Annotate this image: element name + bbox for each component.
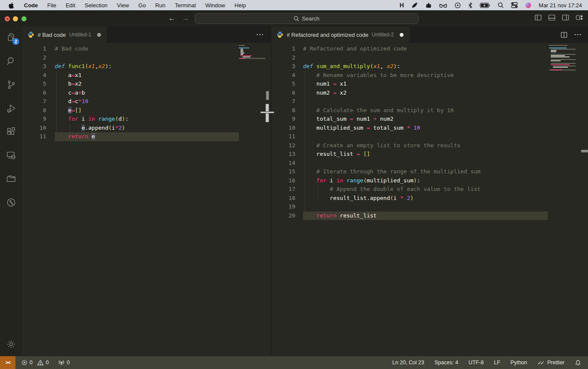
- more-actions-icon[interactable]: ···: [256, 27, 264, 43]
- spotlight-search-icon[interactable]: [498, 1, 504, 9]
- bluetooth-icon[interactable]: [468, 1, 472, 9]
- menu-item-go[interactable]: Go: [134, 2, 150, 9]
- line-number[interactable]: 6: [271, 89, 295, 98]
- line-number[interactable]: 15: [271, 167, 295, 176]
- line-number[interactable]: 9: [22, 115, 46, 124]
- line-number[interactable]: 7: [22, 97, 46, 106]
- extensions-icon[interactable]: [6, 127, 16, 137]
- line-number[interactable]: 5: [271, 80, 295, 89]
- line-number[interactable]: 17: [271, 185, 295, 194]
- line-number[interactable]: 8: [271, 106, 295, 115]
- code-line[interactable]: 9 total_sum = num1 + num2: [271, 115, 588, 124]
- code-line[interactable]: 11 return e: [22, 132, 271, 141]
- line-number[interactable]: 12: [271, 141, 295, 150]
- line-number[interactable]: 9: [271, 115, 295, 124]
- code-line[interactable]: 10 e.append(i*2): [22, 124, 271, 133]
- window-zoom-button[interactable]: [21, 16, 27, 21]
- notifications-bell-icon[interactable]: [575, 360, 581, 366]
- menu-item-terminal[interactable]: Terminal: [170, 2, 201, 9]
- menu-item-window[interactable]: Window: [201, 2, 230, 9]
- code-line[interactable]: 3def sum_and_multiply(x1, x2):: [271, 62, 588, 71]
- code-line[interactable]: 14: [271, 159, 588, 168]
- code-line[interactable]: 5 b=x2: [22, 80, 271, 89]
- toggle-primary-sidebar-icon[interactable]: [535, 14, 542, 21]
- code-line[interactable]: 19: [271, 202, 588, 211]
- line-number[interactable]: 3: [22, 62, 46, 71]
- menu-item-help[interactable]: Help: [230, 2, 251, 9]
- code-line[interactable]: 13 result_list = []: [271, 150, 588, 159]
- remote-explorer-icon[interactable]: [6, 150, 16, 161]
- code-line[interactable]: 1# Bad code: [22, 45, 271, 54]
- code-line[interactable]: 15 # Iterate through the range of the mu…: [271, 167, 588, 176]
- line-number[interactable]: 11: [22, 132, 46, 141]
- code-line[interactable]: 2: [271, 54, 588, 62]
- line-number[interactable]: 1: [271, 45, 295, 54]
- problems-status[interactable]: 0 0: [21, 360, 49, 366]
- code-line[interactable]: 8 e=[]: [22, 106, 271, 115]
- line-number[interactable]: 1: [22, 45, 46, 54]
- dock-app-icon[interactable]: [425, 1, 432, 9]
- pen-icon[interactable]: [411, 1, 418, 9]
- tab-modified-dot[interactable]: [400, 33, 404, 37]
- encoding[interactable]: UTF-8: [469, 360, 484, 366]
- line-number[interactable]: 3: [271, 62, 295, 71]
- control-center-icon[interactable]: [511, 1, 518, 9]
- code-line[interactable]: 1# Refactored and optimized code: [271, 45, 588, 54]
- line-number[interactable]: 19: [271, 202, 295, 211]
- line-number[interactable]: 2: [22, 54, 46, 62]
- code-line[interactable]: 18 result_list.append(i * 2): [271, 194, 588, 203]
- line-number[interactable]: 4: [271, 71, 295, 80]
- menu-item-selection[interactable]: Selection: [80, 2, 112, 9]
- cursor-position[interactable]: Ln 20, Col 23: [392, 360, 424, 366]
- apple-menu-icon[interactable]: [6, 2, 19, 9]
- app-h-icon[interactable]: H: [400, 1, 404, 9]
- line-number[interactable]: 4: [22, 71, 46, 80]
- command-center-search[interactable]: Search: [195, 13, 419, 24]
- remote-indicator[interactable]: ><: [0, 356, 15, 369]
- tab-bad-code[interactable]: # Bad code Untitled-1: [22, 27, 107, 43]
- code-line[interactable]: 7: [271, 97, 588, 106]
- tab-refactored-code[interactable]: # Refactored and optimized code Untitled…: [271, 27, 410, 43]
- navigate-forward-button[interactable]: →: [182, 14, 189, 23]
- code-line[interactable]: 4 a=x1: [22, 71, 271, 80]
- line-number[interactable]: 2: [271, 54, 295, 62]
- menu-item-file[interactable]: File: [43, 2, 61, 9]
- eol-sequence[interactable]: LF: [494, 360, 500, 366]
- graph-circle-icon[interactable]: [6, 197, 16, 208]
- code-line[interactable]: 8 # Calculate the sum and multiply it by…: [271, 106, 588, 115]
- code-line[interactable]: 11: [271, 132, 588, 141]
- line-number[interactable]: 7: [271, 97, 295, 106]
- code-line[interactable]: 5 num1 = x1: [271, 80, 588, 89]
- code-line[interactable]: 6 c=a+b: [22, 89, 271, 98]
- navigate-back-button[interactable]: ←: [168, 14, 175, 23]
- code-line[interactable]: 9 for i in range(d):: [22, 115, 271, 124]
- line-number[interactable]: 10: [271, 124, 295, 133]
- source-control-icon[interactable]: [6, 80, 16, 90]
- formatter-status[interactable]: ✓✓Prettier: [538, 360, 564, 366]
- play-circle-icon[interactable]: [454, 1, 461, 9]
- code-line[interactable]: 4 # Rename variables to be more descript…: [271, 71, 588, 80]
- run-debug-icon[interactable]: [6, 103, 16, 113]
- minimap[interactable]: [549, 45, 576, 71]
- window-minimize-button[interactable]: [13, 16, 18, 21]
- code-line[interactable]: 12 # Create an empty list to store the r…: [271, 141, 588, 150]
- search-icon[interactable]: [6, 56, 16, 66]
- folders-icon[interactable]: [6, 174, 16, 184]
- code-line[interactable]: 3def func1(x1,x2):: [22, 62, 271, 71]
- explorer-icon[interactable]: 2: [6, 33, 16, 43]
- indentation[interactable]: Spaces: 4: [434, 360, 458, 366]
- line-number[interactable]: 11: [271, 132, 295, 141]
- ports-status[interactable]: 0: [58, 360, 70, 366]
- language-mode[interactable]: Python: [511, 360, 527, 366]
- minimap[interactable]: [239, 45, 265, 59]
- menu-item-edit[interactable]: Edit: [61, 2, 80, 9]
- menu-item-run[interactable]: Run: [151, 2, 170, 9]
- battery-charging-icon[interactable]: [480, 1, 490, 9]
- code-line[interactable]: 16 for i in range(multiplied_sum):: [271, 176, 588, 185]
- code-line[interactable]: 6 num2 = x2: [271, 89, 588, 98]
- split-editor-icon[interactable]: [561, 32, 567, 38]
- toggle-secondary-sidebar-icon[interactable]: [562, 14, 569, 21]
- line-number[interactable]: 5: [22, 80, 46, 89]
- siri-icon[interactable]: [525, 1, 532, 9]
- more-actions-icon[interactable]: ···: [574, 27, 582, 43]
